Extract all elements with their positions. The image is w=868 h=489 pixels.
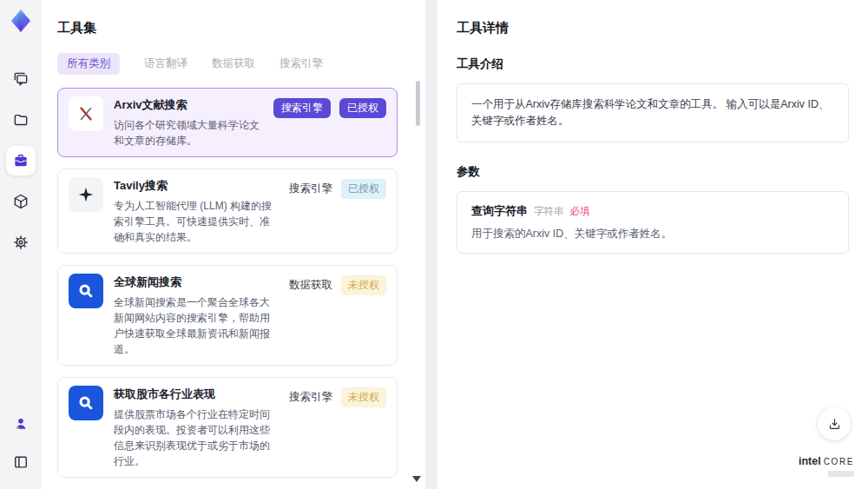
gem-logo-icon [10,9,32,33]
tab-0[interactable]: 所有类别 [57,53,120,75]
parameter-required-flag: 必填 [570,205,590,218]
sidebar-item-tools[interactable] [6,146,36,175]
tab-2[interactable]: 数据获取 [212,53,255,75]
tool-card[interactable]: Arxiv文献搜索 访问各个研究领域大量科学论文和文章的存储库。 搜索引擎 已授… [57,88,398,157]
parameter-card: 查询字符串 字符串 必填 用于搜索的Arxiv ID、关键字或作者姓名。 [457,191,849,254]
tool-name: Tavily搜索 [114,178,279,194]
tool-intro-text: 一个用于从Arxiv存储库搜索科学论文和文章的工具。 输入可以是Arxiv ID… [457,83,849,142]
auth-status-badge: 已授权 [341,179,386,199]
sidebar-item-panel-toggle[interactable] [6,447,36,477]
tavily-star-glyph [76,185,95,204]
download-button[interactable] [818,407,851,440]
panel-toggle-icon [12,453,30,471]
tool-card[interactable]: 全球新闻搜索 全球新闻搜索是一个聚合全球各大新闻网站内容的搜索引擎，帮助用户快速… [57,265,398,366]
tool-name: 全球新闻搜索 [114,274,279,290]
chat-icon [12,70,30,88]
scroll-down-icon[interactable] [412,476,421,482]
search-blue-icon [69,274,103,308]
params-list: 查询字符串 字符串 必填 用于搜索的Arxiv ID、关键字或作者姓名。 [457,191,849,254]
tool-name: Arxiv文献搜索 [114,97,263,113]
intel-core-logo: intelCORE [799,453,854,477]
category-tabs: 所有类别语言翻译数据获取搜索引擎 [57,53,410,75]
category-badge: 数据获取 [289,278,332,293]
sidebar-item-settings[interactable] [6,228,36,257]
app-logo [10,9,32,33]
sidebar [0,0,42,489]
tab-3[interactable]: 搜索引擎 [279,53,323,75]
brand-core-text: CORE [824,457,854,466]
tool-description: 专为人工智能代理 (LLM) 构建的搜索引擎工具。可快速提供实时、准确和真实的结… [114,198,279,245]
tool-card[interactable]: 获取股市各行业表现 提供股票市场各个行业在特定时间段内的表现。投资者可以利用这些… [57,377,398,478]
category-badge: 搜索引擎 [289,390,332,405]
arxiv-logo-glyph [76,104,95,123]
settings-icon [12,234,30,251]
list-scrollbar[interactable] [412,78,422,484]
brand-subtext-placeholder [828,471,854,477]
toolbox-icon [12,152,30,169]
tool-card[interactable]: Tavily搜索 专为人工智能代理 (LLM) 构建的搜索引擎工具。可快速提供实… [57,169,398,254]
sidebar-item-chat[interactable] [6,64,36,94]
tool-description: 提供股票市场各个行业在特定时间段内的表现。投资者可以利用这些信息来识别表现优于或… [114,406,279,469]
sidebar-item-user[interactable] [6,409,36,439]
tab-1[interactable]: 语言翻译 [144,53,187,75]
tool-details-panel: 工具详情 工具介绍 一个用于从Arxiv存储库搜索科学论文和文章的工具。 输入可… [437,0,868,489]
cube-icon [12,193,30,210]
parameter-type: 字符串 [534,205,564,218]
tool-list: Arxiv文献搜索 访问各个研究领域大量科学论文和文章的存储库。 搜索引擎 已授… [57,88,410,489]
tavily-icon [69,177,103,212]
intro-section-title: 工具介绍 [457,56,849,72]
user-icon [12,415,30,433]
category-badge: 搜索引擎 [273,98,331,118]
magnifier-glyph [76,281,95,301]
auth-status-badge: 已授权 [339,98,386,118]
details-title: 工具详情 [457,20,849,36]
sidebar-item-models[interactable] [6,187,36,216]
arxiv-icon [69,96,103,131]
tool-description: 访问各个研究领域大量科学论文和文章的存储库。 [114,117,263,149]
scrollbar-thumb[interactable] [416,81,420,126]
parameter-description: 用于搜索的Arxiv ID、关键字或作者姓名。 [471,227,834,241]
search-blue-icon [69,386,103,420]
toolset-panel: 工具集 所有类别语言翻译数据获取搜索引擎 Arxiv文献搜索 访问各个研究领域大… [42,0,425,489]
page-title: 工具集 [57,20,410,36]
tool-name: 获取股市各行业表现 [114,387,279,402]
category-badge: 搜索引擎 [289,182,332,196]
tool-description: 全球新闻搜索是一个聚合全球各大新闻网站内容的搜索引擎，帮助用户快速获取全球最新资… [114,294,279,357]
folder-icon [12,111,30,129]
download-icon [827,417,842,432]
parameter-name: 查询字符串 [471,203,528,219]
magnifier-glyph [76,393,95,413]
auth-status-badge: 未授权 [341,275,386,295]
auth-status-badge: 未授权 [341,387,386,407]
params-section-title: 参数 [457,164,849,180]
brand-intel-text: intel [799,455,821,467]
sidebar-item-files[interactable] [6,105,36,135]
